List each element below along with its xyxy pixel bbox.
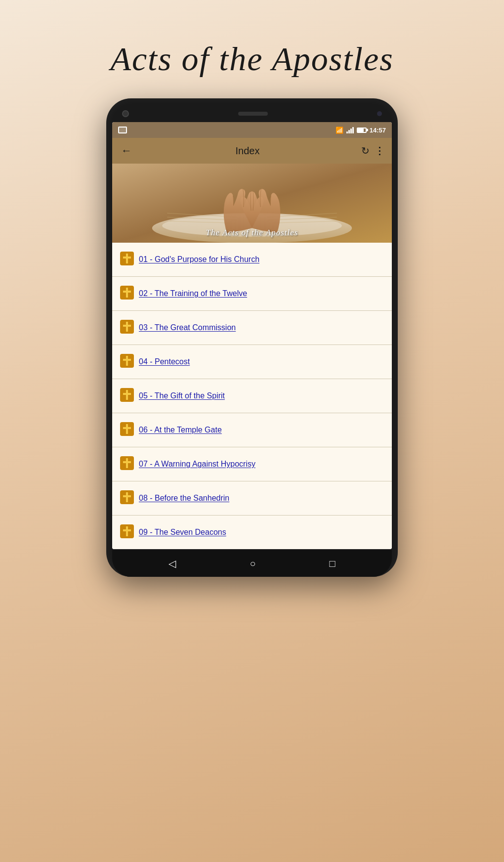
index-list: 01 - God's Purpose for His Church 02 - T… — [112, 243, 392, 549]
phone-bottom-bar: ◁ ○ □ — [112, 550, 392, 577]
cross-icon — [120, 524, 139, 540]
refresh-button[interactable]: ↻ — [361, 145, 370, 157]
menu-button[interactable]: ⋮ — [375, 145, 385, 157]
notification-icon — [118, 127, 127, 133]
status-right: 📶 14:57 — [336, 127, 386, 134]
list-item[interactable]: 06 - At the Temple Gate — [112, 413, 392, 447]
item-label: 02 - The Training of the Twelve — [139, 289, 247, 298]
cross-icon — [120, 286, 139, 302]
cross-icon — [120, 388, 139, 404]
list-item[interactable]: 02 - The Training of the Twelve — [112, 277, 392, 311]
page-title: Acts of the Apostles — [110, 40, 393, 79]
item-label: 04 - Pentecost — [139, 357, 190, 366]
item-label: 06 - At the Temple Gate — [139, 426, 222, 434]
battery-icon — [357, 128, 367, 133]
svg-rect-14 — [123, 291, 131, 293]
item-label: 01 - God's Purpose for His Church — [139, 255, 259, 264]
svg-rect-17 — [123, 325, 131, 327]
hero-banner: The Acts of the Apostles — [112, 164, 392, 243]
phone-top-bar — [112, 107, 392, 122]
cross-icon — [120, 456, 139, 472]
cross-icon — [120, 252, 139, 267]
svg-rect-20 — [123, 359, 131, 361]
status-left — [118, 127, 127, 133]
phone-speaker — [238, 112, 268, 116]
nav-home-button[interactable]: ○ — [247, 555, 258, 572]
svg-rect-26 — [123, 427, 131, 429]
hero-text: The Acts of the Apostles — [206, 228, 298, 238]
cross-icon — [120, 354, 139, 370]
back-button[interactable]: ← — [119, 142, 134, 159]
phone-screen: 📶 14:57 ← Index ↻ ⋮ — [112, 122, 392, 549]
list-item[interactable]: 03 - The Great Commission — [112, 311, 392, 345]
list-item[interactable]: 07 - A Warning Against Hypocrisy — [112, 447, 392, 481]
svg-rect-29 — [123, 461, 131, 463]
signal-bars — [346, 127, 354, 133]
svg-rect-11 — [123, 257, 131, 259]
nav-back-button[interactable]: ◁ — [166, 555, 179, 572]
phone-sensor — [377, 111, 382, 116]
list-item[interactable]: 01 - God's Purpose for His Church — [112, 243, 392, 277]
item-label: 07 - A Warning Against Hypocrisy — [139, 460, 255, 469]
signal-bar-2 — [348, 130, 350, 133]
signal-bar-3 — [350, 129, 352, 133]
svg-rect-35 — [123, 529, 131, 531]
item-label: 09 - The Seven Deacons — [139, 528, 226, 537]
clock: 14:57 — [370, 127, 386, 134]
app-toolbar: ← Index ↻ ⋮ — [112, 138, 392, 164]
status-bar: 📶 14:57 — [112, 122, 392, 138]
cross-icon — [120, 490, 139, 506]
list-item[interactable]: 09 - The Seven Deacons — [112, 516, 392, 549]
cross-icon — [120, 422, 139, 438]
list-item[interactable]: 04 - Pentecost — [112, 345, 392, 379]
item-label: 08 - Before the Sanhedrin — [139, 494, 229, 503]
toolbar-title: Index — [139, 145, 356, 157]
wifi-icon: 📶 — [336, 127, 343, 134]
signal-bar-4 — [352, 127, 354, 133]
phone-device: 📶 14:57 ← Index ↻ ⋮ — [106, 98, 398, 577]
svg-rect-23 — [123, 393, 131, 395]
item-label: 05 - The Gift of the Spirit — [139, 391, 225, 400]
list-item[interactable]: 05 - The Gift of the Spirit — [112, 379, 392, 413]
nav-recent-button[interactable]: □ — [326, 555, 338, 572]
signal-bar-1 — [346, 131, 348, 133]
front-camera — [122, 110, 129, 117]
cross-icon — [120, 320, 139, 336]
svg-rect-32 — [123, 495, 131, 497]
list-item[interactable]: 08 - Before the Sanhedrin — [112, 481, 392, 516]
item-label: 03 - The Great Commission — [139, 323, 236, 332]
